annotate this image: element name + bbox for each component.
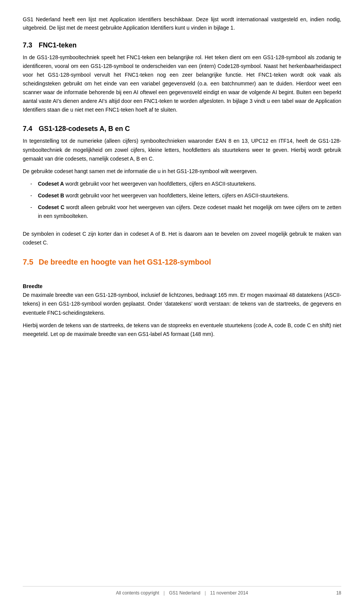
list-dash-b: - [30,191,38,200]
list-dash-c: - [30,203,38,221]
section-73-title: FNC1-teken [39,41,77,49]
section-73: 7.3 FNC1-teken In de GS1-128-symbooltech… [23,41,341,115]
list-item-codeset-b: - Codeset B wordt gebruikt voor het weer… [23,191,341,200]
breedte-para1: De maximale breedte van een GS1-128-symb… [23,291,341,317]
intro-paragraph: GS1 Nederland heeft een lijst met Applic… [23,15,341,32]
page-container: GS1 Nederland heeft een lijst met Applic… [0,0,364,607]
section-74-para2: De gebruikte codeset hangt samen met de … [23,167,341,176]
section-75: 7.5 De breedte en hoogte van het GS1-128… [23,258,341,338]
codeset-c-text: wordt alleen gebruikt voor het weergeven… [38,204,341,219]
list-dash-a: - [30,180,38,188]
section-75-heading: 7.5 De breedte en hoogte van het GS1-128… [23,258,341,266]
page-footer: All contents copyright | GS1 Nederland |… [23,586,341,596]
section-74-para1: In tegenstelling tot de numerieke (allee… [23,137,341,163]
section-73-heading: 7.3 FNC1-teken [23,41,341,49]
codeset-b-label: Codeset B [38,192,64,199]
footer-company: GS1 Nederland [169,590,201,596]
footer-copyright: All contents copyright [116,590,159,596]
codeset-a-text: wordt gebruikt voor het weergeven van ho… [64,181,256,187]
list-content-a: Codeset A wordt gebruikt voor het weerge… [38,180,341,188]
codeset-b-text: wordt gebruikt voor het weergeven van ho… [64,192,289,199]
section-74-title: GS1-128-codesets A, B en C [39,125,130,133]
section-74-heading: 7.4 GS1-128-codesets A, B en C [23,125,341,133]
footer-date: 11 november 2014 [210,590,248,596]
list-item-codeset-a: - Codeset A wordt gebruikt voor het weer… [23,180,341,188]
list-item-codeset-c: - Codeset C wordt alleen gebruikt voor h… [23,203,341,221]
section-74-para3: De symbolen in codeset C zijn korter dan… [23,230,341,247]
list-content-b: Codeset B wordt gebruikt voor het weerge… [38,191,341,200]
section-74: 7.4 GS1-128-codesets A, B en C In tegens… [23,125,341,247]
section-73-number: 7.3 [23,41,35,49]
breedte-heading: Breedte [23,283,341,289]
section-74-number: 7.4 [23,125,35,133]
section-75-number: 7.5 [23,258,35,266]
codeset-c-label: Codeset C [38,204,64,210]
codeset-a-label: Codeset A [38,181,64,187]
page-number: 18 [336,590,341,596]
footer-sep1: | [163,590,165,596]
list-content-c: Codeset C wordt alleen gebruikt voor het… [38,203,341,221]
section-75-title: De breedte en hoogte van het GS1-128-sym… [39,258,211,266]
footer-sep2: | [205,590,206,596]
breedte-para2: Hierbij worden de tekens van de startree… [23,321,341,339]
section-73-body: In de GS1-128-symbooltechniek speelt het… [23,53,341,115]
